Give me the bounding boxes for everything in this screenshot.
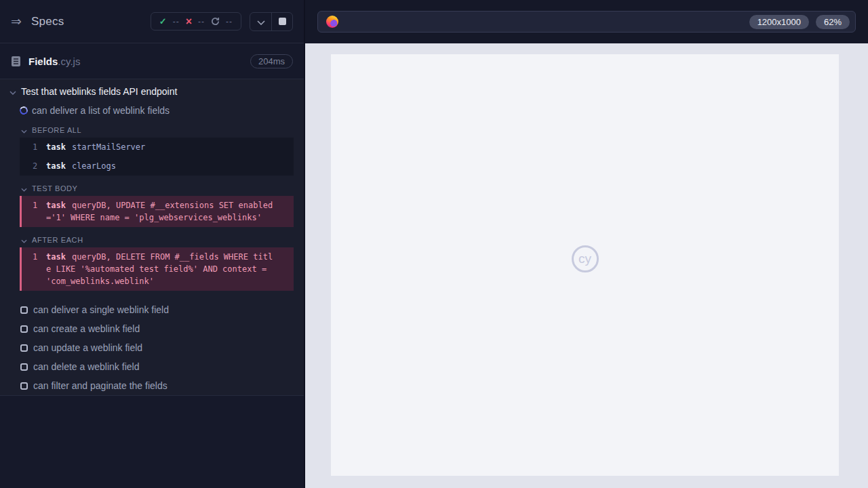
- command-message: startMailServer: [72, 142, 145, 152]
- pending-test-icon: [20, 344, 28, 352]
- pending-test-icon: [20, 306, 28, 314]
- hook-header-after-each[interactable]: AFTER EACH: [0, 232, 304, 247]
- active-test-row[interactable]: can deliver a list of weblink fields: [0, 101, 304, 120]
- viewport-zoom-badge[interactable]: 62%: [816, 15, 850, 29]
- command-content: taskclearLogs: [46, 160, 277, 172]
- chevron-down-icon: [21, 234, 27, 246]
- command-content: taskstartMailServer: [46, 141, 277, 153]
- command-block-after-each: 1 taskqueryDB, DELETE FROM #__fields WHE…: [20, 247, 294, 291]
- failed-icon: ×: [186, 17, 192, 26]
- pending-test-row[interactable]: can delete a weblink field: [0, 357, 304, 376]
- collapse-all-button[interactable]: [250, 13, 271, 30]
- pending-test-icon: [20, 382, 28, 390]
- test-stats: ✓ -- × -- --: [151, 12, 241, 30]
- reporter-panel: ⇒ Specs ✓ -- × -- --: [0, 0, 305, 488]
- pending-test-title: can filter and paginate the fields: [33, 380, 167, 391]
- chevron-down-icon: [9, 85, 16, 98]
- command-number: 1: [22, 251, 46, 287]
- pending-refresh-icon: [211, 17, 220, 26]
- chevron-down-icon: [21, 124, 27, 136]
- chevron-down-icon: [257, 16, 265, 28]
- cypress-watermark-logo: cy: [572, 245, 599, 272]
- passed-icon: ✓: [159, 16, 167, 26]
- pending-test-row[interactable]: can filter and paginate the fields: [0, 376, 304, 395]
- hook-label: AFTER EACH: [32, 236, 83, 244]
- command-method: task: [46, 161, 66, 171]
- reporter-header: ⇒ Specs ✓ -- × -- --: [0, 0, 304, 43]
- viewport-size-badge[interactable]: 1200x1000: [749, 15, 809, 29]
- pending-test-icon: [20, 363, 28, 371]
- command-method: task: [46, 201, 66, 210]
- command-row[interactable]: 1 taskqueryDB, DELETE FROM #__fields WHE…: [22, 247, 294, 291]
- command-row[interactable]: 2 taskclearLogs: [20, 157, 294, 176]
- command-block-before-all: 1 taskstartMailServer 2 taskclearLogs: [20, 138, 294, 176]
- run-controls: [250, 12, 293, 31]
- cypress-app: ⇒ Specs ✓ -- × -- --: [0, 0, 868, 488]
- pending-test-title: can update a weblink field: [33, 342, 142, 353]
- spec-extension: .cy.js: [58, 56, 80, 67]
- command-message: clearLogs: [72, 161, 116, 171]
- running-spinner-icon: [18, 105, 28, 115]
- command-content: taskqueryDB, UPDATE #__extensions SET en…: [46, 199, 277, 224]
- pending-test-row[interactable]: can create a weblink field: [0, 319, 304, 338]
- pending-test-title: can create a weblink field: [33, 323, 140, 334]
- spec-name: Fields: [28, 56, 58, 67]
- command-number: 1: [22, 199, 46, 224]
- specs-menu-icon[interactable]: ⇒: [11, 15, 22, 28]
- command-row[interactable]: 1 taskqueryDB, UPDATE #__extensions SET …: [22, 196, 294, 227]
- test-title: can deliver a list of weblink fields: [32, 105, 170, 116]
- specs-title: Specs: [31, 15, 151, 28]
- aut-iframe: cy: [331, 54, 839, 476]
- command-method: task: [46, 142, 66, 152]
- pending-count: --: [226, 17, 233, 26]
- firefox-browser-icon: [326, 16, 338, 28]
- url-bar[interactable]: 1200x1000 62%: [317, 11, 856, 33]
- command-block-test-body: 1 taskqueryDB, UPDATE #__extensions SET …: [20, 196, 294, 227]
- spec-file-row: Fields .cy.js 204ms: [0, 43, 304, 79]
- spec-duration-badge: 204ms: [250, 54, 293, 68]
- runner-topbar: 1200x1000 62%: [305, 0, 868, 43]
- runnables-list: Test that weblinks fields API endpoint c…: [0, 79, 304, 396]
- passed-count: --: [173, 17, 180, 26]
- suite-row[interactable]: Test that weblinks fields API endpoint: [0, 82, 304, 101]
- command-row[interactable]: 1 taskstartMailServer: [20, 138, 294, 157]
- runner-pane: 1200x1000 62% cy: [305, 0, 868, 488]
- pending-test-row[interactable]: can deliver a single weblink field: [0, 300, 304, 319]
- stop-icon: [279, 18, 286, 25]
- browser-viewport: cy: [305, 43, 868, 488]
- pending-test-row[interactable]: can update a weblink field: [0, 338, 304, 357]
- command-method: task: [46, 252, 66, 262]
- pending-test-title: can delete a weblink field: [33, 361, 139, 372]
- hook-label: BEFORE ALL: [32, 126, 81, 134]
- hook-label: TEST BODY: [32, 184, 78, 192]
- pending-tests-list: can deliver a single weblink field can c…: [0, 300, 304, 395]
- spec-file-icon: [11, 56, 28, 67]
- hook-header-test-body[interactable]: TEST BODY: [0, 181, 304, 196]
- pending-test-title: can deliver a single weblink field: [33, 304, 169, 315]
- command-content: taskqueryDB, DELETE FROM #__fields WHERE…: [46, 251, 277, 287]
- suite-title: Test that weblinks fields API endpoint: [21, 86, 177, 97]
- pending-test-icon: [20, 325, 28, 333]
- hook-header-before-all[interactable]: BEFORE ALL: [0, 123, 304, 138]
- reporter-footer: [0, 396, 304, 488]
- command-message: queryDB, UPDATE #__extensions SET enable…: [46, 201, 273, 222]
- command-number: 1: [20, 141, 46, 153]
- command-number: 2: [20, 160, 46, 172]
- command-message: queryDB, DELETE FROM #__fields WHERE tit…: [46, 252, 273, 286]
- failed-count: --: [198, 17, 205, 26]
- stop-run-button[interactable]: [271, 13, 292, 30]
- chevron-down-icon: [21, 182, 27, 195]
